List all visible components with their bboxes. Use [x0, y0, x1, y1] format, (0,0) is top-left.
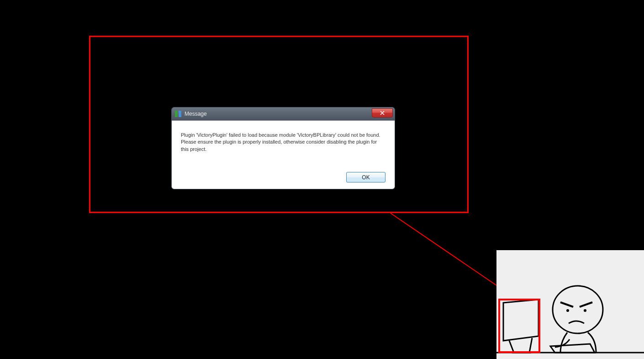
- svg-rect-1: [179, 111, 181, 117]
- dialog-titlebar[interactable]: Message: [172, 107, 395, 120]
- message-dialog: Message Plugin 'VictoryPlugin' failed to…: [171, 107, 395, 189]
- dialog-title: Message: [185, 111, 392, 117]
- svg-rect-0: [175, 111, 178, 117]
- close-icon: [380, 109, 385, 117]
- close-button[interactable]: [372, 108, 393, 118]
- dialog-actions: OK: [181, 172, 385, 182]
- svg-point-6: [566, 309, 569, 312]
- ok-button[interactable]: OK: [346, 172, 385, 182]
- dialog-body: Plugin 'VictoryPlugin' failed to load be…: [172, 120, 395, 189]
- dialog-message: Plugin 'VictoryPlugin' failed to load be…: [181, 132, 385, 153]
- monitor-highlight-box: [498, 299, 540, 353]
- app-icon: [174, 110, 182, 118]
- svg-point-5: [553, 286, 603, 333]
- svg-point-7: [584, 309, 586, 312]
